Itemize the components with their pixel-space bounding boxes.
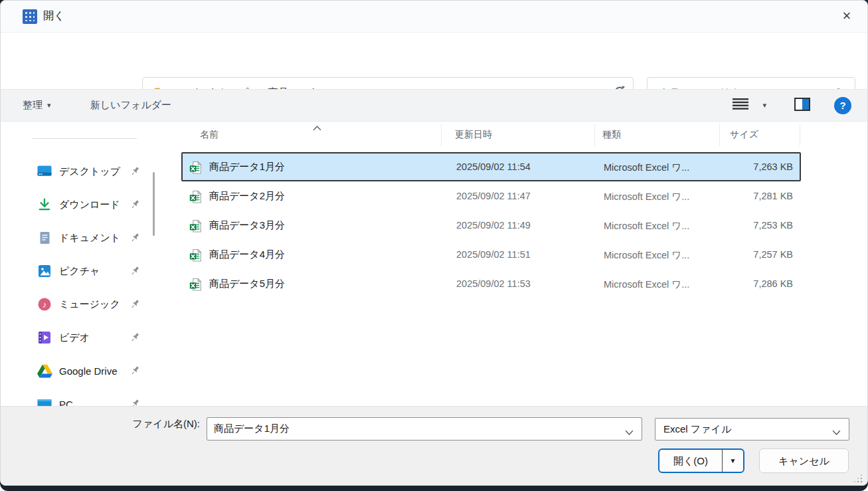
- file-row[interactable]: 商品データ2月分 2025/09/02 11:47 Microsoft Exce…: [181, 181, 801, 211]
- organize-label: 整理: [23, 99, 43, 112]
- sidebar-item-documents[interactable]: ドキュメント: [27, 223, 145, 252]
- sidebar-item-label: ビデオ: [59, 332, 90, 344]
- pin-icon: [130, 199, 141, 211]
- file-name: 商品データ3月分: [209, 219, 285, 232]
- google-drive-icon: [37, 363, 52, 379]
- file-name-combo: [207, 417, 642, 441]
- pin-icon: [130, 332, 141, 344]
- file-size: 7,257 KB: [753, 249, 793, 260]
- app-icon: [23, 9, 37, 24]
- window-title: 開く: [43, 9, 64, 23]
- column-separator[interactable]: [800, 124, 800, 146]
- file-modified: 2025/09/02 11:47: [456, 191, 531, 201]
- sidebar: デスクトップ ダウンロード: [1, 122, 155, 406]
- sidebar-item-label: ドキュメント: [59, 232, 120, 245]
- sidebar-item-label: ミュージック: [59, 298, 120, 311]
- pin-icon: [130, 265, 141, 277]
- file-type: Microsoft Excel ワ...: [604, 278, 689, 291]
- file-row[interactable]: 商品データ3月分 2025/09/02 11:49 Microsoft Exce…: [181, 211, 801, 240]
- open-split-arrow-icon[interactable]: ▼: [722, 450, 743, 472]
- pictures-icon: [37, 263, 52, 279]
- sidebar-item-desktop[interactable]: デスクトップ: [27, 157, 145, 186]
- file-list-header: 名前 更新日時 種類 サイズ: [163, 122, 867, 148]
- sidebar-item-label: ピクチャ: [59, 265, 100, 278]
- sort-ascending-icon: [313, 122, 321, 134]
- excel-file-icon: [189, 248, 203, 262]
- column-separator[interactable]: [594, 124, 595, 146]
- file-row[interactable]: 商品データ1月分 2025/09/02 11:54 Microsoft Exce…: [181, 152, 801, 181]
- sidebar-item-downloads[interactable]: ダウンロード: [27, 190, 145, 219]
- excel-file-icon: [189, 219, 203, 233]
- file-modified: 2025/09/02 11:49: [456, 220, 531, 231]
- help-button[interactable]: ?: [834, 97, 851, 114]
- file-type: Microsoft Excel ワ...: [604, 161, 689, 174]
- file-modified: 2025/09/02 11:53: [456, 278, 531, 289]
- open-button-label: 開く(O): [659, 450, 722, 472]
- file-name-input[interactable]: [207, 418, 642, 440]
- preview-pane-icon[interactable]: [794, 98, 810, 114]
- svg-text:♪: ♪: [43, 300, 47, 310]
- file-type: Microsoft Excel ワ...: [604, 220, 689, 233]
- open-button[interactable]: 開く(O) ▼: [658, 448, 744, 473]
- sidebar-item-music[interactable]: ♪ ミュージック: [27, 290, 145, 319]
- file-name-label: ファイル名(N):: [94, 418, 200, 431]
- sidebar-item-label: Google Drive: [59, 365, 118, 377]
- open-dialog-window: 開く ×: [0, 0, 868, 491]
- sidebar-item-pc[interactable]: PC: [27, 389, 145, 406]
- titlebar: 開く ×: [1, 1, 867, 33]
- file-name: 商品データ1月分: [209, 161, 285, 173]
- column-header-name[interactable]: 名前: [200, 129, 218, 141]
- dialog-footer: ファイル名(N): Excel ファイル 開く(O) ▼ キャンセル: [1, 406, 867, 486]
- file-size: 7,286 KB: [753, 278, 793, 289]
- file-modified: 2025/09/02 11:51: [456, 249, 531, 260]
- resize-grip[interactable]: [853, 474, 862, 482]
- column-header-modified[interactable]: 更新日時: [455, 129, 492, 141]
- column-separator[interactable]: [441, 124, 442, 146]
- file-row[interactable]: 商品データ4月分 2025/09/02 11:51 Microsoft Exce…: [181, 240, 801, 269]
- downloads-icon: [37, 197, 52, 213]
- pc-icon: [37, 396, 52, 406]
- sidebar-scrollbar[interactable]: [153, 172, 155, 236]
- view-mode-caret-icon[interactable]: ▾: [762, 101, 766, 110]
- pin-icon: [130, 232, 141, 244]
- content-area: デスクトップ ダウンロード: [1, 122, 867, 406]
- file-name: 商品データ5月分: [209, 278, 285, 290]
- sidebar-item-google-drive[interactable]: Google Drive: [27, 356, 145, 385]
- file-modified: 2025/09/02 11:54: [456, 161, 531, 172]
- close-button[interactable]: ×: [831, 2, 862, 30]
- sidebar-item-videos[interactable]: ビデオ: [27, 323, 145, 352]
- column-header-size[interactable]: サイズ: [730, 129, 758, 141]
- organize-button[interactable]: 整理 ▾: [23, 90, 51, 121]
- file-type-select[interactable]: Excel ファイル: [655, 418, 849, 441]
- column-header-type[interactable]: 種類: [602, 129, 621, 141]
- file-name-dropdown-chevron-icon[interactable]: [625, 427, 634, 439]
- file-name: 商品データ4月分: [209, 248, 285, 261]
- file-size: 7,281 KB: [753, 191, 793, 201]
- sidebar-item-label: PC: [59, 399, 73, 407]
- pin-icon: [130, 365, 141, 377]
- sidebar-item-pictures[interactable]: ピクチャ: [27, 256, 145, 286]
- new-folder-label: 新しいフォルダー: [90, 99, 171, 112]
- new-folder-button[interactable]: 新しいフォルダー: [90, 90, 171, 121]
- excel-file-icon: [189, 161, 203, 175]
- pin-icon: [130, 165, 141, 177]
- view-mode-icon[interactable]: [733, 98, 748, 112]
- file-type: Microsoft Excel ワ...: [604, 191, 689, 203]
- sidebar-item-label: ダウンロード: [59, 199, 120, 211]
- sidebar-item-label: デスクトップ: [59, 165, 120, 178]
- navigation-bar: › デスクトップ › 商品マスタ: [1, 33, 867, 89]
- file-type: Microsoft Excel ワ...: [604, 249, 689, 262]
- cancel-button[interactable]: キャンセル: [759, 448, 849, 473]
- file-name: 商品データ2月分: [209, 190, 285, 203]
- pin-icon: [130, 298, 141, 310]
- file-row[interactable]: 商品データ5月分 2025/09/02 11:53 Microsoft Exce…: [181, 269, 801, 298]
- file-list: 商品データ1月分 2025/09/02 11:54 Microsoft Exce…: [181, 152, 801, 298]
- command-toolbar: 整理 ▾ 新しいフォルダー ▾ ?: [1, 89, 867, 122]
- file-size: 7,253 KB: [753, 220, 793, 231]
- sidebar-divider: [33, 138, 137, 139]
- column-separator[interactable]: [719, 124, 720, 146]
- file-type-value: Excel ファイル: [663, 423, 731, 436]
- organize-caret-icon: ▾: [47, 101, 51, 110]
- excel-file-icon: [189, 278, 203, 292]
- excel-file-icon: [189, 190, 203, 204]
